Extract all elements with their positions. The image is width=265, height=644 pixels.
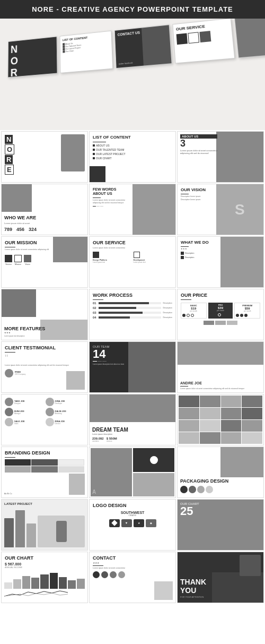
- slide-few-words: FEW WORDS ABOUT US Lorem ipsum dolor sit…: [89, 184, 176, 235]
- hero-section: N O R E LIST OF CONTENT ⬛ About Us ⬛ Our…: [0, 19, 265, 130]
- slide-about-us: ABOUT US 3 Lorem ipsum dolor sit amet co…: [177, 131, 264, 183]
- slide-our-mission: OUR MISSION Lorem ipsum dolor sit amet c…: [1, 236, 88, 288]
- slide-our-price: OUR PRICE BASIC $19 per month PRO $39 pe…: [177, 289, 264, 340]
- slide-logo-design: LOGO DESIGN SOUTHWEST CREATIVE ♥ ★ ◆: [89, 499, 176, 551]
- hero-slide-5: LATEST PROJECT 19: [234, 19, 265, 58]
- slide-our-service: OUR SERVICE Lorem ipsum dolor sit amet c…: [89, 236, 176, 288]
- slide-latest-project: LATEST PROJECT: [1, 499, 88, 551]
- hero-slides-preview: N O R E LIST OF CONTENT ⬛ About Us ⬛ Our…: [8, 19, 265, 78]
- slide-our-chart-annual: OUR CHART $ 567.000 ANNUAL INCOME: [1, 552, 88, 603]
- slide-packaging-design: PACKAGING DESIGN: [177, 446, 264, 498]
- slide-dream-team: DREAM TEAM Lorem ipsum description 239.0…: [89, 394, 176, 445]
- slide-client-testimonial: CLIENT TESTIMONIAL " Lorem ipsum dolor s…: [1, 341, 88, 393]
- slide-andre-joe: ANDRE JOE Lorem ipsum dolor sit amet con…: [177, 341, 264, 393]
- slide-team-members-list: TAKE JOE Designer GINA JOE Developer BUN…: [1, 394, 88, 445]
- slide-list-content: LIST OF CONTENT ABOUT US OUR TALENTED TE…: [89, 131, 176, 183]
- hero-slide-1: N O R E: [8, 36, 58, 78]
- header-title: NORE - CREATIVE AGENCY POWERPOINT TEMPLA…: [32, 5, 233, 13]
- slide-who-we-are: WHO WE ARE Lorem ipsum dolor sit amet 78…: [1, 184, 88, 235]
- slide-branding-layout2: A: [89, 446, 176, 498]
- slide-our-vision: S OUR VISION Description lorem ipsum Des…: [177, 184, 264, 235]
- slide-nore-intro: N O R E: [1, 131, 88, 183]
- hero-slide-4: OUR SERVICE: [172, 19, 235, 64]
- slide-thank-you: THANK YOU FOR YOUR ATTENTION: [177, 552, 264, 603]
- slide-branding-design: BRANDING DESIGN Aa Bb Cc: [1, 446, 88, 498]
- slide-team-photo-grid: [177, 394, 264, 445]
- slide-our-chart-25: OUR CHART 25: [177, 499, 264, 551]
- slide-what-we-do: WHAT WE DO ★★★ Description Description: [177, 236, 264, 288]
- slide-work-process: WORK PROCESS 01 Description 02 Descripti…: [89, 289, 176, 340]
- slide-more-features: MORE FEATURES ★★★ Lorem ipsum text descr…: [1, 289, 88, 340]
- header-bar: NORE - CREATIVE AGENCY POWERPOINT TEMPLA…: [0, 0, 265, 19]
- slide-our-team: OUR TEAM 14 Lorem ipsum description text…: [89, 341, 176, 393]
- slide-contact: CONTACT ★★★ Lorem ipsum dolor sit amet c…: [89, 552, 176, 603]
- hero-slide-3: CONTACT US twitter facebook: [114, 24, 172, 68]
- hero-slide-2: LIST OF CONTENT ⬛ About Us ⬛ Our Talente…: [60, 31, 113, 73]
- slides-grid: N O R E LIST OF CONTENT ABOUT US OUR TAL…: [0, 130, 265, 604]
